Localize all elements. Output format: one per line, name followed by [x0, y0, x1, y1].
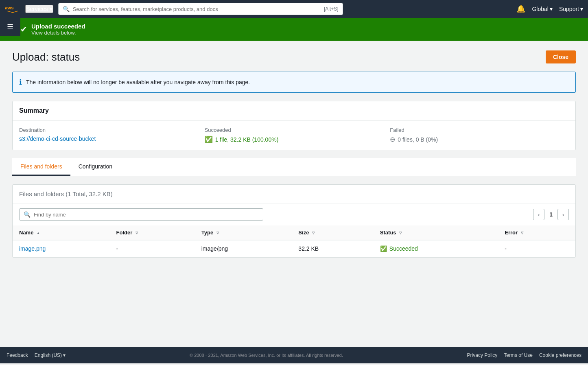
destination-label: Destination: [19, 127, 198, 133]
pagination-next-button[interactable]: ›: [557, 209, 569, 220]
status-badge: ✅ Succeeded: [380, 245, 492, 252]
files-heading: Files and folders: [19, 190, 64, 197]
summary-succeeded: Succeeded ✅ 1 file, 32.2 KB (100.00%): [205, 127, 384, 143]
col-status[interactable]: Status ▽: [374, 225, 498, 240]
file-name-link[interactable]: image.png: [19, 245, 46, 252]
succeeded-value: ✅ 1 file, 32.2 KB (100.00%): [205, 136, 384, 143]
check-circle-icon: ✅: [380, 245, 387, 252]
banner-title: Upload succeeded: [31, 23, 85, 30]
cell-error: -: [498, 240, 575, 257]
services-button[interactable]: Services ▾: [25, 5, 53, 13]
page-header: Upload: status Close: [12, 50, 576, 63]
info-icon: ℹ: [19, 78, 22, 87]
pagination-current: 1: [549, 211, 553, 218]
support-label: Support: [559, 6, 579, 12]
global-label: Global: [532, 6, 548, 12]
support-menu[interactable]: Support ▾: [559, 6, 583, 12]
footer-copyright: © 2008 - 2021, Amazon Web Services, Inc.…: [190, 353, 343, 358]
footer-right: Privacy Policy Terms of Use Cookie prefe…: [467, 352, 581, 358]
table-row: image.png - image/png 32.2 KB ✅ Succeede…: [13, 240, 575, 257]
tabs: Files and folders Configuration: [12, 158, 576, 176]
check-circle-icon: ✔: [20, 24, 27, 34]
summary-heading: Summary: [13, 101, 575, 120]
check-circle-icon: ✅: [205, 136, 213, 143]
chevron-down-icon: ▾: [50, 6, 52, 12]
cell-size: 32.2 KB: [292, 240, 373, 257]
summary-destination: Destination s3://demo-ci-cd-source-bucke…: [19, 127, 198, 143]
summary-grid: Destination s3://demo-ci-cd-source-bucke…: [13, 120, 575, 150]
cell-status: ✅ Succeeded: [374, 240, 498, 257]
files-table: Name ▲ Folder ▽ Type ▽ Size: [13, 225, 575, 257]
services-label: Services: [26, 6, 48, 12]
nav-right: 🔔 Global ▾ Support ▾: [516, 4, 583, 13]
files-search-row: 🔍 ‹ 1 ›: [13, 203, 575, 225]
cell-name: image.png: [13, 240, 110, 257]
terms-of-use-link[interactable]: Terms of Use: [504, 352, 533, 358]
chevron-down-icon: ▾: [550, 6, 553, 12]
chevron-down-icon: ▾: [580, 6, 583, 12]
failed-label: Failed: [390, 127, 569, 133]
sort-icon: ▽: [136, 232, 138, 235]
search-icon: 🔍: [24, 211, 31, 218]
sidebar-toggle[interactable]: ☰: [0, 18, 20, 36]
summary-failed: Failed ⊖ 0 files, 0 B (0%): [390, 127, 569, 143]
footer: Feedback English (US) ▾ © 2008 - 2021, A…: [0, 347, 588, 363]
info-box: ℹ The information below will no longer b…: [12, 72, 576, 93]
search-shortcut: [Alt+S]: [324, 6, 339, 12]
tab-files-and-folders[interactable]: Files and folders: [12, 158, 70, 176]
footer-left: Feedback English (US) ▾: [7, 352, 66, 358]
col-folder[interactable]: Folder ▽: [110, 225, 195, 240]
banner-content: Upload succeeded View details below.: [31, 23, 85, 36]
privacy-policy-link[interactable]: Privacy Policy: [467, 352, 498, 358]
succeeded-label: Succeeded: [205, 127, 384, 133]
main-content: Upload: status Close ℹ The information b…: [0, 41, 588, 347]
col-error[interactable]: Error ▽: [498, 225, 575, 240]
aws-logo: aws: [5, 4, 20, 14]
page-title: Upload: status: [12, 51, 80, 63]
failed-value: ⊖ 0 files, 0 B (0%): [390, 136, 569, 143]
global-menu[interactable]: Global ▾: [532, 6, 552, 12]
search-input[interactable]: [73, 6, 321, 12]
table-header-row: Name ▲ Folder ▽ Type ▽ Size: [13, 225, 575, 240]
sort-icon: ▽: [399, 232, 402, 235]
sort-icon: ▽: [312, 232, 315, 235]
svg-text:aws: aws: [5, 5, 14, 10]
cell-type: image/png: [195, 240, 292, 257]
files-count: (1 Total, 32.2 KB): [66, 190, 113, 197]
tab-configuration[interactable]: Configuration: [70, 158, 120, 176]
sort-icon: ▲: [37, 232, 40, 235]
info-message: The information below will no longer be …: [26, 79, 250, 85]
banner-subtitle: View details below.: [31, 30, 85, 36]
files-section: Files and folders (1 Total, 32.2 KB) 🔍 ‹…: [12, 184, 576, 258]
feedback-link[interactable]: Feedback: [7, 352, 28, 358]
success-banner: ✔ Upload succeeded View details below.: [0, 18, 588, 41]
pagination-prev-button[interactable]: ‹: [533, 209, 544, 220]
search-icon: 🔍: [63, 6, 70, 12]
cell-folder: -: [110, 240, 195, 257]
sort-icon: ▽: [521, 232, 523, 235]
cookie-preferences-link[interactable]: Cookie preferences: [539, 352, 581, 358]
sort-icon: ▽: [216, 232, 219, 235]
top-nav: aws Services ▾ 🔍 [Alt+S] 🔔 Global ▾ Supp…: [0, 0, 588, 18]
chevron-down-icon: ▾: [63, 352, 66, 358]
files-header: Files and folders (1 Total, 32.2 KB): [13, 185, 575, 203]
minus-circle-icon: ⊖: [390, 136, 395, 143]
files-search-box[interactable]: 🔍: [19, 208, 263, 221]
language-selector[interactable]: English (US) ▾: [35, 352, 66, 358]
pagination: ‹ 1 ›: [533, 209, 569, 220]
files-search-input[interactable]: [34, 212, 259, 218]
col-size[interactable]: Size ▽: [292, 225, 373, 240]
search-bar[interactable]: 🔍 [Alt+S]: [58, 3, 343, 15]
bell-icon[interactable]: 🔔: [516, 4, 525, 13]
col-type[interactable]: Type ▽: [195, 225, 292, 240]
hamburger-icon: ☰: [7, 22, 13, 31]
close-button[interactable]: Close: [546, 50, 576, 63]
destination-value[interactable]: s3://demo-ci-cd-source-bucket: [19, 136, 198, 142]
col-name[interactable]: Name ▲: [13, 225, 110, 240]
summary-card: Summary Destination s3://demo-ci-cd-sour…: [12, 101, 576, 150]
